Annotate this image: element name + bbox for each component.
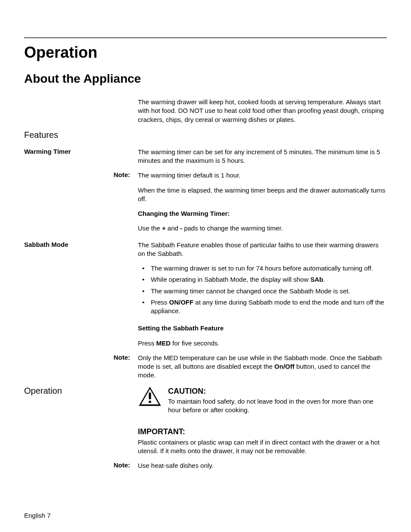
med-key: MED [156,339,171,347]
onoff-key: ON/OFF [169,299,194,306]
sabbath-b4: Press ON/OFF at any time during Sabbath … [138,298,387,316]
sabbath-mode-label: Sabbath Mode [24,241,138,248]
note-label: Note: [24,171,138,178]
operation-note: Use heat-safe dishes only. [138,461,387,470]
warning-icon [138,386,162,407]
sabbath-p2: Press MED for five seconds. [138,339,387,348]
onoff-button-text: On/Off [274,363,295,370]
p3-mid: and [166,224,180,232]
changing-timer-heading: Changing the Warming Timer: [138,209,387,218]
sabbath-p1: The Sabbath Feature enables those of par… [138,241,387,258]
setting-sabbath-heading: Setting the Sabbath Feature [138,324,387,333]
warming-timer-note-row: Note: The warming timer default is 1 hou… [24,171,387,180]
note-label-3: Note: [24,461,138,469]
caution-body-text: To maintain food safety, do not leave fo… [168,397,387,415]
warming-timer-p1: The warming timer can be set for any inc… [138,148,387,165]
page-footer: English 7 [24,512,51,519]
important-block: IMPORTANT: Plastic containers or plastic… [138,426,387,455]
warming-timer-subhead-row: Changing the Warming Timer: [24,209,387,218]
sabbath-p2-row: Press MED for five seconds. [24,339,387,348]
caution-text: CAUTION: To maintain food safety, do not… [168,386,387,415]
operation-note-row: Note: Use heat-safe dishes only. [24,461,387,470]
sabbath-bullets: The warming drawer is set to run for 74 … [138,264,387,315]
intro-row: The warming drawer will keep hot, cooked… [24,98,387,124]
warming-timer-label: Warming Timer [24,148,138,155]
intro-text: The warming drawer will keep hot, cooked… [138,98,387,124]
caution-block: CAUTION: To maintain food safety, do not… [138,386,387,415]
important-heading: IMPORTANT: [138,426,387,437]
plus-key: + [162,224,166,232]
important-body: Plastic containers or plastic wrap can m… [138,438,387,456]
p3-pre: Use the [138,224,162,232]
svg-rect-2 [149,392,151,399]
sabbath-note-row: Note: Only the MED temperature can be us… [24,354,387,380]
warming-timer-p3-row: Use the + and - pads to change the warmi… [24,224,387,233]
sabbath-b1: The warming drawer is set to run for 74 … [138,264,387,273]
caution-heading: CAUTION: [168,386,387,396]
sabbath-note: Only the MED temperature can be use whil… [138,354,387,380]
svg-rect-3 [149,401,151,403]
features-heading: Features [24,130,387,140]
sab-display: SAb [310,276,323,283]
sabbath-body: The Sabbath Feature enables those of par… [138,241,387,318]
warming-timer-p3: Use the + and - pads to change the warmi… [138,224,387,233]
important-row: IMPORTANT: Plastic containers or plastic… [24,426,387,455]
note-label-2: Note: [24,354,138,361]
warming-timer-p2-row: When the time is elapsed, the warming ti… [24,186,387,204]
warming-timer-row: Warming Timer The warming timer can be s… [24,148,387,165]
warming-timer-p2: When the time is elapsed, the warming ti… [138,186,387,204]
operation-caution-row: Operation CAUTION: To maintain food safe… [24,386,387,421]
sabbath-b3: The warming timer cannot be changed once… [138,287,387,296]
sabbath-row: Sabbath Mode The Sabbath Feature enables… [24,241,387,318]
top-rule [24,37,387,38]
sabbath-subhead-row: Setting the Sabbath Feature [24,324,387,333]
warming-timer-note: The warming timer default is 1 hour. [138,171,387,180]
section-about-appliance: About the Appliance [24,72,387,86]
p3-post: pads to change the warming timer. [182,224,283,232]
page-title: Operation [24,44,387,62]
sabbath-b2: While operating in Sabbath Mode, the dis… [138,275,387,284]
operation-caution-body: CAUTION: To maintain food safety, do not… [138,386,387,421]
operation-sub-heading: Operation [24,386,134,396]
